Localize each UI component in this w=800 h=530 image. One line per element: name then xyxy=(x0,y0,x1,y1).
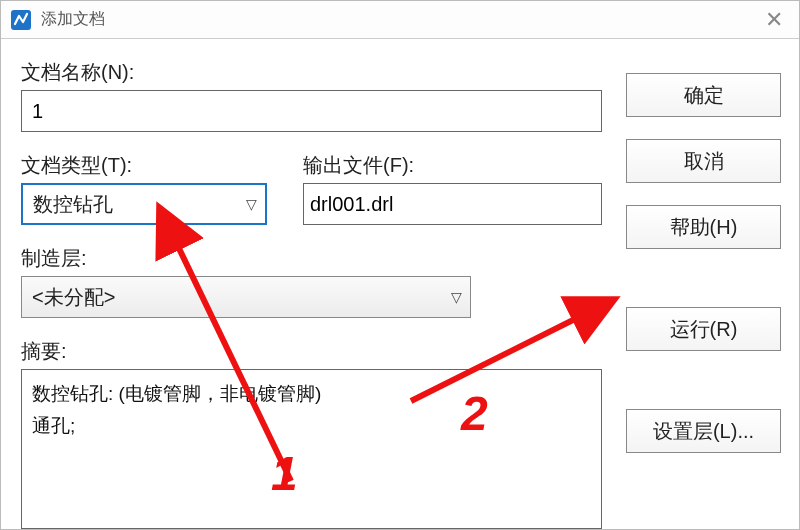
cancel-button[interactable]: 取消 xyxy=(626,139,781,183)
titlebar: 添加文档 ✕ xyxy=(1,1,799,39)
summary-textarea[interactable]: 数控钻孔: (电镀管脚，非电镀管脚) 通孔; xyxy=(21,369,602,529)
form-area: 文档名称(N): 文档类型(T): 数控钻孔 ▽ 输出文件(F): 制造层: xyxy=(21,59,626,519)
mfg-layer-select[interactable]: <未分配> ▽ xyxy=(21,276,471,318)
chevron-down-icon: ▽ xyxy=(246,196,257,212)
doc-type-select[interactable]: 数控钻孔 ▽ xyxy=(21,183,267,225)
annotation-two: 2 xyxy=(461,386,488,441)
output-file-label: 输出文件(F): xyxy=(303,152,602,179)
annotation-one: 1 xyxy=(271,446,298,501)
doc-name-input[interactable] xyxy=(21,90,602,132)
ok-button[interactable]: 确定 xyxy=(626,73,781,117)
mfg-layer-value: <未分配> xyxy=(32,284,451,311)
doc-name-label: 文档名称(N): xyxy=(21,59,602,86)
run-button[interactable]: 运行(R) xyxy=(626,307,781,351)
summary-label: 摘要: xyxy=(21,338,602,365)
app-icon xyxy=(9,8,33,32)
output-file-input[interactable] xyxy=(303,183,602,225)
set-layer-button[interactable]: 设置层(L)... xyxy=(626,409,781,453)
add-document-dialog: 添加文档 ✕ 文档名称(N): 文档类型(T): 数控钻孔 ▽ 输出文件(F): xyxy=(0,0,800,530)
close-icon[interactable]: ✕ xyxy=(757,7,791,33)
dialog-body: 文档名称(N): 文档类型(T): 数控钻孔 ▽ 输出文件(F): 制造层: xyxy=(1,39,799,529)
help-button[interactable]: 帮助(H) xyxy=(626,205,781,249)
doc-type-value: 数控钻孔 xyxy=(33,191,246,218)
chevron-down-icon: ▽ xyxy=(451,289,462,305)
mfg-layer-label: 制造层: xyxy=(21,245,602,272)
doc-type-label: 文档类型(T): xyxy=(21,152,267,179)
window-title: 添加文档 xyxy=(41,9,757,30)
button-column: 确定 取消 帮助(H) 运行(R) 设置层(L)... xyxy=(626,59,781,519)
